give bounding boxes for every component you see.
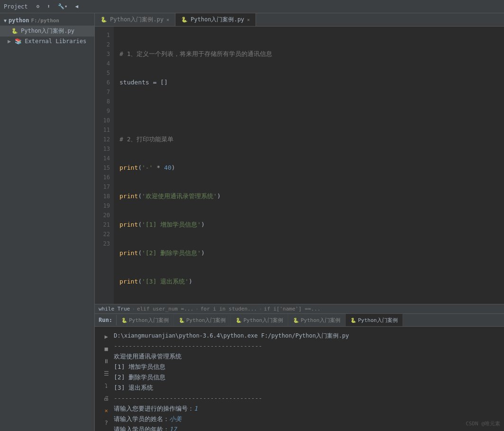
ln-9: 9 [95,106,114,116]
sidebar-project-header[interactable]: ▼ python F:/python [0,15,94,26]
run-tab-1[interactable]: 🐍 Python入门案例 [117,314,174,326]
run-scroll-btn[interactable]: ⤵ [101,381,112,391]
bc-item-4[interactable]: if i['name'] ==... [264,306,321,312]
run-settings-btn[interactable]: ☰ [101,368,112,379]
watermark: CSDN @唯元素 [466,420,500,427]
run-tab-bar: Run: 🐍 Python入门案例 🐍 Python入门案例 🐍 Python入… [95,313,504,327]
run-tab-5-icon: 🐍 [350,318,356,323]
output-sep2: ---------------------------------------- [114,393,498,403]
ln-21: 21 [95,220,114,229]
run-output: ▶ ■ ⏸ ☰ ⤵ 🖨 ✕ ? D:\xiangmuruan​jian\pyth… [95,327,504,431]
run-tab-4-label: Python入门案例 [301,317,340,324]
output-prompt2-label: 请输入学员的姓名： [114,415,169,422]
code-editor[interactable]: 1 2 3 4 5 6 7 8 9 10 11 12 13 14 15 16 1… [95,27,504,304]
ln-2: 2 [95,40,114,49]
run-close-x-btn[interactable]: ✕ [101,405,112,416]
sidebar-file-name: Python入门案例.py [21,27,74,35]
bc-item-1[interactable]: while True [99,306,130,312]
run-clear-btn[interactable]: 🖨 [101,393,112,403]
tab-1[interactable]: 🐍 Python入门案例.py ✕ [95,13,175,26]
output-welcome: 欢迎使用通讯录管理系统 [114,351,498,362]
run-tab-4[interactable]: 🐍 Python入门案例 [288,314,346,326]
sidebar-file-item[interactable]: 🐍 Python入门案例.py [0,26,94,37]
output-prompt1-val: 1 [194,405,198,412]
python-label: python [9,17,29,24]
ln-22: 22 [95,229,114,239]
output-menu3: [3] 退出系统 [114,383,498,393]
bc-item-3[interactable]: for i in studen... [201,306,257,312]
run-tab-1-icon: 🐍 [121,318,127,323]
project-label: Project [4,3,28,10]
expand-arrow: ▶ [8,38,11,45]
ln-13: 13 [95,144,114,154]
libraries-icon: 📚 [15,38,22,45]
code-line-9: print('[3] 退出系统') [119,277,498,286]
toolbar-btn-left[interactable]: ◀ [72,2,81,10]
run-tab-2-icon: 🐍 [179,318,184,323]
output-prompt1: 请输入您要进行的操作编号：1 [114,403,498,414]
code-line-6: print('欢迎使用通讯录管理系统') [119,192,498,201]
code-line-8: print('[2] 删除学员信息') [119,248,498,258]
sidebar-libraries-item[interactable]: ▶ 📚 External Libraries [0,37,94,46]
tab-2[interactable]: 🐍 Python入门案例.py ✕ [175,13,256,26]
tab-1-icon: 🐍 [101,17,107,23]
run-play-btn[interactable]: ▶ [101,331,112,342]
tab-2-icon: 🐍 [181,17,188,23]
output-prompt3: 请输入学员的年龄：17 [114,424,498,431]
ln-1: 1 [95,30,114,40]
ln-5: 5 [95,68,114,78]
toolbar-btn-up[interactable]: ⬆ [44,2,53,10]
output-prompt2-val: 小美 [169,415,182,422]
top-toolbar: Project ⚙ ⬆ 🔧▾ ◀ [0,0,504,13]
ln-17: 17 [95,182,114,192]
run-tab-5-label: Python入门案例 [358,317,398,324]
python-path: F:/python [31,18,59,24]
run-tab-5[interactable]: 🐍 Python入门案例 [346,314,403,326]
main-wrapper: ▼ python F:/python 🐍 Python入门案例.py ▶ 📚 E… [0,13,504,431]
output-menu2: [2] 删除学员信息 [114,372,498,383]
ln-14: 14 [95,154,114,163]
tab-2-close[interactable]: ✕ [247,17,250,22]
run-tab-4-icon: 🐍 [293,318,299,323]
code-line-2: students = [] [119,78,498,87]
code-line-7: print('[1] 增加学员信息') [119,220,498,229]
breadcrumb-bar: while True › elif user_num =... › for i … [95,304,504,313]
bc-sep-3: › [259,306,262,312]
code-line-5: print('-' * 40) [119,163,498,173]
toolbar-btn-build[interactable]: 🔧▾ [55,2,71,10]
ln-15: 15 [95,163,114,173]
output-path: D:\xiangmuruan​jian\python-3.6.4\python.… [114,330,498,341]
output-prompt2: 请输入学员的姓名：小美 [114,414,498,424]
bc-item-2[interactable]: elif user_num =... [137,306,193,312]
run-pause-btn[interactable]: ⏸ [101,356,112,367]
ln-19: 19 [95,201,114,211]
run-tab-2-label: Python入门案例 [186,317,226,324]
run-tab-3-icon: 🐍 [236,318,241,323]
run-stop-btn[interactable]: ■ [101,344,112,354]
run-tab-2[interactable]: 🐍 Python入门案例 [174,314,231,326]
output-sep1: ---------------------------------------- [114,341,498,351]
tab-2-label: Python入门案例.py [191,16,244,24]
output-menu1: [1] 增加学员信息 [114,362,498,372]
ln-10: 10 [95,116,114,125]
toolbar-btn-gear[interactable]: ⚙ [34,2,43,10]
output-prompt3-val: 17 [169,426,177,431]
ln-20: 20 [95,211,114,220]
editor-area: 🐍 Python入门案例.py ✕ 🐍 Python入门案例.py ✕ 1 2 … [95,13,504,431]
ln-3: 3 [95,49,114,59]
code-line-4: # 2、打印功能菜单 [119,135,498,144]
ln-4: 4 [95,59,114,68]
code-content[interactable]: # 1、定义一个列表，将来用于存储所有学员的通讯信息 students = []… [114,27,504,304]
ln-23: 23 [95,239,114,248]
output-prompt1-label: 请输入您要进行的操作编号： [114,405,194,412]
bc-sep-2: › [195,306,199,312]
tab-1-close[interactable]: ✕ [166,17,169,22]
run-tab-3-label: Python入门案例 [243,317,283,324]
run-sidebar: ▶ ■ ⏸ ☰ ⤵ 🖨 ✕ ? [101,330,112,427]
run-help-btn[interactable]: ? [101,418,112,428]
ln-6: 6 [95,78,114,87]
run-label: Run: [95,315,117,325]
run-tab-1-label: Python入门案例 [129,317,169,324]
ln-7: 7 [95,87,114,97]
run-tab-3[interactable]: 🐍 Python入门案例 [231,314,288,326]
